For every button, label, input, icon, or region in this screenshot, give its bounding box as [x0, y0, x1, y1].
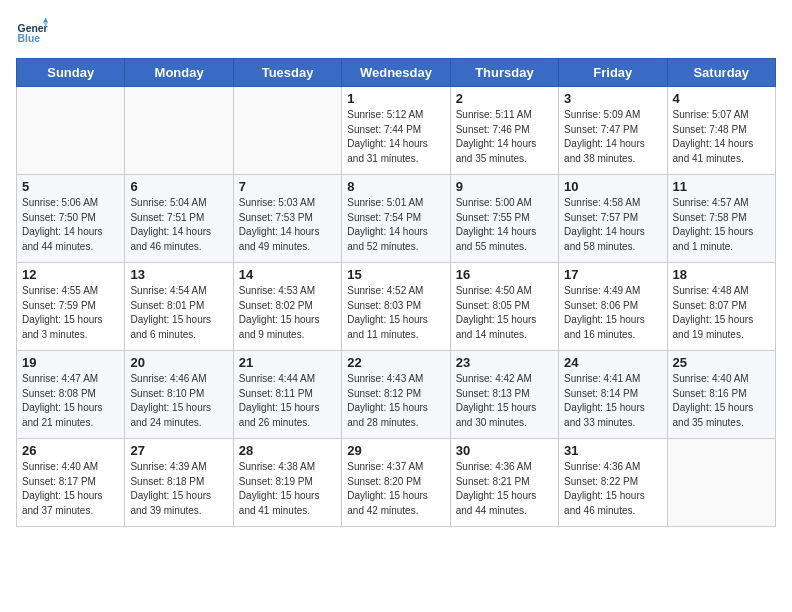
- calendar-week-1: 1Sunrise: 5:12 AM Sunset: 7:44 PM Daylig…: [17, 87, 776, 175]
- calendar-cell: 14Sunrise: 4:53 AM Sunset: 8:02 PM Dayli…: [233, 263, 341, 351]
- day-info: Sunrise: 4:53 AM Sunset: 8:02 PM Dayligh…: [239, 284, 336, 342]
- calendar-cell: 4Sunrise: 5:07 AM Sunset: 7:48 PM Daylig…: [667, 87, 775, 175]
- day-number: 6: [130, 179, 227, 194]
- calendar-cell: [233, 87, 341, 175]
- day-info: Sunrise: 4:48 AM Sunset: 8:07 PM Dayligh…: [673, 284, 770, 342]
- svg-marker-2: [43, 18, 48, 23]
- calendar-cell: 23Sunrise: 4:42 AM Sunset: 8:13 PM Dayli…: [450, 351, 558, 439]
- day-info: Sunrise: 4:40 AM Sunset: 8:17 PM Dayligh…: [22, 460, 119, 518]
- dow-header-monday: Monday: [125, 59, 233, 87]
- day-number: 30: [456, 443, 553, 458]
- day-number: 25: [673, 355, 770, 370]
- day-info: Sunrise: 4:49 AM Sunset: 8:06 PM Dayligh…: [564, 284, 661, 342]
- calendar-cell: 17Sunrise: 4:49 AM Sunset: 8:06 PM Dayli…: [559, 263, 667, 351]
- day-info: Sunrise: 5:11 AM Sunset: 7:46 PM Dayligh…: [456, 108, 553, 166]
- day-number: 29: [347, 443, 444, 458]
- calendar-cell: 5Sunrise: 5:06 AM Sunset: 7:50 PM Daylig…: [17, 175, 125, 263]
- calendar-cell: 15Sunrise: 4:52 AM Sunset: 8:03 PM Dayli…: [342, 263, 450, 351]
- day-info: Sunrise: 4:44 AM Sunset: 8:11 PM Dayligh…: [239, 372, 336, 430]
- day-info: Sunrise: 5:07 AM Sunset: 7:48 PM Dayligh…: [673, 108, 770, 166]
- calendar-cell: 25Sunrise: 4:40 AM Sunset: 8:16 PM Dayli…: [667, 351, 775, 439]
- page-header: General Blue: [16, 16, 776, 48]
- calendar-cell: 29Sunrise: 4:37 AM Sunset: 8:20 PM Dayli…: [342, 439, 450, 527]
- day-info: Sunrise: 4:37 AM Sunset: 8:20 PM Dayligh…: [347, 460, 444, 518]
- calendar-week-2: 5Sunrise: 5:06 AM Sunset: 7:50 PM Daylig…: [17, 175, 776, 263]
- calendar-cell: 27Sunrise: 4:39 AM Sunset: 8:18 PM Dayli…: [125, 439, 233, 527]
- logo-icon: General Blue: [16, 16, 48, 48]
- calendar-cell: 9Sunrise: 5:00 AM Sunset: 7:55 PM Daylig…: [450, 175, 558, 263]
- day-info: Sunrise: 4:38 AM Sunset: 8:19 PM Dayligh…: [239, 460, 336, 518]
- calendar-cell: [667, 439, 775, 527]
- calendar-cell: [17, 87, 125, 175]
- day-info: Sunrise: 4:42 AM Sunset: 8:13 PM Dayligh…: [456, 372, 553, 430]
- calendar-cell: 1Sunrise: 5:12 AM Sunset: 7:44 PM Daylig…: [342, 87, 450, 175]
- day-info: Sunrise: 4:55 AM Sunset: 7:59 PM Dayligh…: [22, 284, 119, 342]
- day-info: Sunrise: 4:46 AM Sunset: 8:10 PM Dayligh…: [130, 372, 227, 430]
- calendar-cell: 11Sunrise: 4:57 AM Sunset: 7:58 PM Dayli…: [667, 175, 775, 263]
- day-number: 23: [456, 355, 553, 370]
- svg-text:General: General: [18, 23, 48, 34]
- day-number: 21: [239, 355, 336, 370]
- day-info: Sunrise: 5:01 AM Sunset: 7:54 PM Dayligh…: [347, 196, 444, 254]
- day-info: Sunrise: 4:58 AM Sunset: 7:57 PM Dayligh…: [564, 196, 661, 254]
- day-number: 9: [456, 179, 553, 194]
- day-info: Sunrise: 5:04 AM Sunset: 7:51 PM Dayligh…: [130, 196, 227, 254]
- day-number: 4: [673, 91, 770, 106]
- day-number: 24: [564, 355, 661, 370]
- day-number: 26: [22, 443, 119, 458]
- day-number: 15: [347, 267, 444, 282]
- dow-header-wednesday: Wednesday: [342, 59, 450, 87]
- day-number: 31: [564, 443, 661, 458]
- day-info: Sunrise: 5:00 AM Sunset: 7:55 PM Dayligh…: [456, 196, 553, 254]
- calendar-week-3: 12Sunrise: 4:55 AM Sunset: 7:59 PM Dayli…: [17, 263, 776, 351]
- day-number: 5: [22, 179, 119, 194]
- calendar-cell: 19Sunrise: 4:47 AM Sunset: 8:08 PM Dayli…: [17, 351, 125, 439]
- calendar-cell: 12Sunrise: 4:55 AM Sunset: 7:59 PM Dayli…: [17, 263, 125, 351]
- calendar-table: SundayMondayTuesdayWednesdayThursdayFrid…: [16, 58, 776, 527]
- day-number: 12: [22, 267, 119, 282]
- day-number: 18: [673, 267, 770, 282]
- calendar-cell: 2Sunrise: 5:11 AM Sunset: 7:46 PM Daylig…: [450, 87, 558, 175]
- day-info: Sunrise: 4:39 AM Sunset: 8:18 PM Dayligh…: [130, 460, 227, 518]
- day-info: Sunrise: 4:54 AM Sunset: 8:01 PM Dayligh…: [130, 284, 227, 342]
- day-info: Sunrise: 4:47 AM Sunset: 8:08 PM Dayligh…: [22, 372, 119, 430]
- calendar-cell: [125, 87, 233, 175]
- day-number: 27: [130, 443, 227, 458]
- day-number: 14: [239, 267, 336, 282]
- day-number: 3: [564, 91, 661, 106]
- calendar-cell: 10Sunrise: 4:58 AM Sunset: 7:57 PM Dayli…: [559, 175, 667, 263]
- day-number: 13: [130, 267, 227, 282]
- day-number: 16: [456, 267, 553, 282]
- calendar-cell: 26Sunrise: 4:40 AM Sunset: 8:17 PM Dayli…: [17, 439, 125, 527]
- calendar-header: SundayMondayTuesdayWednesdayThursdayFrid…: [17, 59, 776, 87]
- dow-header-friday: Friday: [559, 59, 667, 87]
- calendar-cell: 28Sunrise: 4:38 AM Sunset: 8:19 PM Dayli…: [233, 439, 341, 527]
- day-number: 11: [673, 179, 770, 194]
- day-number: 17: [564, 267, 661, 282]
- calendar-cell: 21Sunrise: 4:44 AM Sunset: 8:11 PM Dayli…: [233, 351, 341, 439]
- day-info: Sunrise: 4:36 AM Sunset: 8:21 PM Dayligh…: [456, 460, 553, 518]
- day-info: Sunrise: 4:41 AM Sunset: 8:14 PM Dayligh…: [564, 372, 661, 430]
- day-number: 7: [239, 179, 336, 194]
- day-info: Sunrise: 4:36 AM Sunset: 8:22 PM Dayligh…: [564, 460, 661, 518]
- calendar-cell: 3Sunrise: 5:09 AM Sunset: 7:47 PM Daylig…: [559, 87, 667, 175]
- svg-text:Blue: Blue: [18, 33, 41, 44]
- day-info: Sunrise: 5:03 AM Sunset: 7:53 PM Dayligh…: [239, 196, 336, 254]
- day-number: 20: [130, 355, 227, 370]
- day-number: 8: [347, 179, 444, 194]
- day-number: 22: [347, 355, 444, 370]
- calendar-cell: 7Sunrise: 5:03 AM Sunset: 7:53 PM Daylig…: [233, 175, 341, 263]
- dow-header-saturday: Saturday: [667, 59, 775, 87]
- day-info: Sunrise: 5:09 AM Sunset: 7:47 PM Dayligh…: [564, 108, 661, 166]
- day-info: Sunrise: 4:57 AM Sunset: 7:58 PM Dayligh…: [673, 196, 770, 254]
- day-info: Sunrise: 4:43 AM Sunset: 8:12 PM Dayligh…: [347, 372, 444, 430]
- dow-header-sunday: Sunday: [17, 59, 125, 87]
- calendar-cell: 24Sunrise: 4:41 AM Sunset: 8:14 PM Dayli…: [559, 351, 667, 439]
- calendar-cell: 16Sunrise: 4:50 AM Sunset: 8:05 PM Dayli…: [450, 263, 558, 351]
- day-number: 19: [22, 355, 119, 370]
- day-info: Sunrise: 4:50 AM Sunset: 8:05 PM Dayligh…: [456, 284, 553, 342]
- dow-header-tuesday: Tuesday: [233, 59, 341, 87]
- calendar-cell: 20Sunrise: 4:46 AM Sunset: 8:10 PM Dayli…: [125, 351, 233, 439]
- calendar-cell: 31Sunrise: 4:36 AM Sunset: 8:22 PM Dayli…: [559, 439, 667, 527]
- logo: General Blue: [16, 16, 48, 48]
